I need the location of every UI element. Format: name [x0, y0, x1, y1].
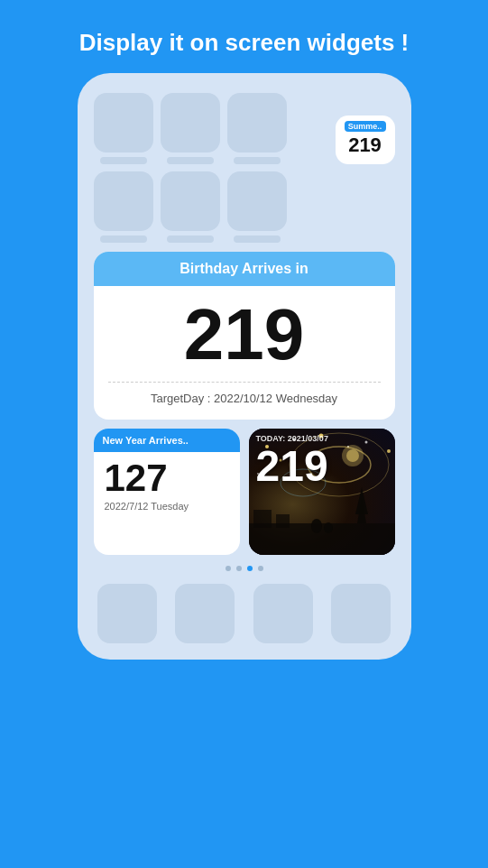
icon-row-2	[94, 171, 395, 243]
art-widget-content: TODAY: 2021/03/07 219	[249, 429, 395, 494]
bottom-app-icon-1	[97, 584, 157, 643]
summer-widget-header: Summe..	[345, 121, 386, 132]
new-year-body: 127 2022/7/12 Tuesday	[94, 452, 240, 521]
svg-rect-13	[249, 523, 395, 555]
app-icon-label	[234, 157, 281, 164]
pagination-dot-4	[258, 566, 263, 571]
art-big-number: 219	[256, 445, 388, 488]
summer-widget-number: 219	[348, 134, 382, 157]
pagination-dot-1	[226, 566, 231, 571]
pagination-dot-3	[247, 566, 253, 571]
new-year-number: 127	[105, 459, 229, 497]
bottom-widgets-row: New Year Arrives.. 127 2022/7/12 Tuesday	[94, 429, 395, 555]
phone-frame: Summe.. 219 Birthday Arrives in	[78, 73, 411, 660]
app-icon-grid: Summe.. 219	[94, 93, 395, 243]
app-icon	[94, 171, 153, 231]
app-icon-wrapper	[227, 93, 287, 164]
birthday-large-widget: Birthday Arrives in 219 TargetDay : 2022…	[94, 252, 395, 420]
new-year-widget: New Year Arrives.. 127 2022/7/12 Tuesday	[94, 429, 240, 555]
app-icon-wrapper	[161, 171, 220, 243]
birthday-widget-header-text: Birthday Arrives in	[180, 261, 308, 276]
app-icon-label	[100, 235, 147, 243]
svg-point-18	[311, 519, 322, 533]
svg-point-19	[324, 522, 333, 533]
birthday-divider	[108, 382, 381, 383]
app-icon-wrapper	[161, 93, 220, 164]
new-year-header-text: New Year Arrives..	[103, 435, 231, 446]
app-icon	[161, 93, 220, 152]
icon-row-1: Summe.. 219	[94, 93, 395, 164]
app-icon	[161, 171, 220, 231]
art-widget: TODAY: 2021/03/07 219 Birthday Arrive.. …	[249, 429, 395, 555]
birthday-widget-header: Birthday Arrives in	[94, 252, 395, 286]
svg-rect-17	[276, 514, 290, 528]
app-icon-label	[167, 157, 214, 164]
app-icon-label	[167, 235, 214, 243]
summer-widget: Summe.. 219	[336, 115, 395, 164]
birthday-target-day: TargetDay : 2022/10/12 Wednesday	[108, 392, 381, 405]
app-icon	[94, 93, 153, 152]
bottom-app-icon-3	[253, 584, 313, 643]
app-icon-wrapper	[94, 171, 153, 243]
pagination-dot-2	[236, 566, 242, 571]
pagination-dots	[94, 564, 395, 575]
birthday-large-number: 219	[108, 299, 381, 371]
app-icon-label	[234, 235, 281, 243]
app-icon	[227, 93, 287, 152]
svg-rect-16	[253, 510, 272, 528]
new-year-date: 2022/7/12 Tuesday	[105, 501, 229, 512]
app-icon-wrapper	[94, 93, 153, 164]
bottom-app-icon-4	[331, 584, 391, 643]
app-icon	[227, 171, 287, 231]
bottom-icon-row	[94, 584, 395, 643]
app-icon-wrapper	[227, 171, 287, 243]
new-year-header: New Year Arrives..	[94, 429, 240, 452]
bottom-app-icon-2	[175, 584, 235, 643]
app-icon-label	[100, 157, 147, 164]
page-title: Display it on screen widgets !	[61, 0, 428, 73]
birthday-widget-body: 219 TargetDay : 2022/10/12 Wednesday	[94, 286, 395, 420]
